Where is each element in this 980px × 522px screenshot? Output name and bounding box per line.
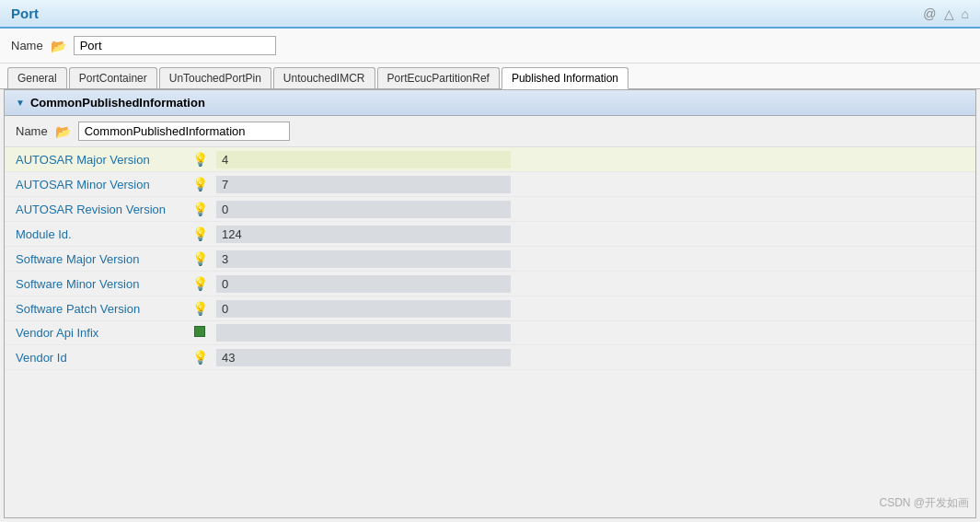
tab-portecucpartitionref[interactable]: PortEcucPartitionRef	[377, 67, 500, 88]
title-bar: Port @ △ ⌂	[0, 0, 980, 29]
table-row: Software Minor Version💡	[5, 272, 975, 296]
table-row: Vendor Id💡	[5, 345, 975, 370]
name-input[interactable]	[74, 36, 276, 55]
prop-name-text[interactable]: Software Minor Version	[16, 277, 139, 291]
tab-untouchedimcr[interactable]: UntouchedIMCR	[273, 67, 375, 88]
table-row: Vendor Api Infix	[5, 321, 975, 345]
prop-value-cell	[211, 345, 975, 370]
tab-published-information[interactable]: Published Information	[502, 67, 628, 89]
section-name-label: Name	[16, 124, 48, 138]
prop-value-input[interactable]	[216, 275, 511, 293]
section-toggle-icon[interactable]: ▼	[16, 98, 25, 108]
tabs-container: General PortContainer UnTouchedPortPin U…	[0, 64, 980, 89]
at-icon[interactable]: @	[923, 6, 936, 21]
table-row: Software Patch Version💡	[5, 296, 975, 321]
tab-portcontainer[interactable]: PortContainer	[69, 67, 157, 88]
folder-icon[interactable]: 📂	[51, 39, 66, 53]
title-bar-icons: @ △ ⌂	[923, 6, 969, 21]
prop-name-text[interactable]: Vendor Api Infix	[16, 326, 98, 340]
section-title: CommonPublishedInformation	[30, 96, 205, 110]
prop-value-cell	[211, 147, 975, 172]
prop-value-input[interactable]	[216, 201, 511, 218]
prop-value-input[interactable]	[216, 300, 511, 318]
prop-value-input[interactable]	[216, 349, 511, 366]
tabs-and-content: General PortContainer UnTouchedPortPin U…	[0, 64, 980, 522]
prop-value-cell	[211, 296, 975, 321]
bookmark-icon[interactable]: ⌂	[962, 6, 969, 21]
green-square-icon	[194, 326, 205, 337]
section-folder-icon[interactable]: 📂	[55, 124, 71, 139]
table-row: AUTOSAR Major Version💡	[5, 147, 975, 172]
home-icon[interactable]: △	[944, 6, 954, 21]
section-name-row: Name 📂	[5, 116, 975, 147]
tab-general[interactable]: General	[7, 67, 67, 88]
prop-value-input[interactable]	[216, 226, 511, 243]
prop-name-cell: Vendor Id	[5, 345, 189, 370]
prop-value-cell	[211, 272, 975, 296]
bulb-icon: 💡	[192, 202, 208, 216]
section-name-input[interactable]	[78, 122, 290, 141]
prop-name-text[interactable]: Vendor Id	[16, 351, 67, 365]
main-wrapper: Port @ △ ⌂ Name 📂 General PortContainer …	[0, 0, 980, 522]
prop-name-text[interactable]: AUTOSAR Minor Version	[16, 178, 150, 191]
bulb-icon: 💡	[192, 152, 208, 167]
prop-name-cell: Software Major Version	[5, 247, 189, 272]
prop-value-cell	[211, 197, 975, 222]
prop-name-text[interactable]: AUTOSAR Revision Version	[16, 203, 166, 216]
bulb-icon: 💡	[192, 276, 208, 291]
window-title: Port	[11, 6, 39, 21]
prop-name-cell: Vendor Api Infix	[5, 321, 189, 345]
table-row: AUTOSAR Minor Version💡	[5, 172, 975, 197]
prop-name-cell: Module Id.	[5, 222, 189, 247]
prop-name-text[interactable]: Software Patch Version	[16, 302, 140, 316]
prop-value-cell	[211, 321, 975, 345]
prop-name-text[interactable]: Software Major Version	[16, 252, 139, 266]
table-row: Module Id.💡	[5, 222, 975, 247]
bulb-icon: 💡	[192, 350, 208, 365]
prop-value-cell	[211, 172, 975, 197]
bulb-icon: 💡	[192, 251, 208, 266]
prop-value-input[interactable]	[216, 151, 511, 168]
table-row: AUTOSAR Revision Version💡	[5, 197, 975, 222]
prop-value-input[interactable]	[216, 250, 511, 268]
prop-name-text[interactable]: Module Id.	[16, 227, 72, 241]
bulb-icon: 💡	[192, 226, 208, 241]
prop-name-cell: AUTOSAR Revision Version	[5, 197, 189, 222]
table-row: Software Major Version💡	[5, 247, 975, 272]
prop-value-input[interactable]	[216, 176, 511, 193]
watermark: CSDN @开发如画	[879, 495, 969, 511]
prop-value-input[interactable]	[216, 324, 511, 342]
prop-name-cell: AUTOSAR Minor Version	[5, 172, 189, 197]
properties-table: AUTOSAR Major Version💡AUTOSAR Minor Vers…	[5, 147, 975, 370]
content-wrapper: ▼ CommonPublishedInformation Name 📂 AUTO…	[4, 89, 976, 518]
bulb-icon: 💡	[192, 301, 208, 316]
tab-untouchedportpin[interactable]: UnTouchedPortPin	[159, 67, 271, 88]
prop-name-cell: Software Minor Version	[5, 272, 189, 296]
name-row: Name 📂	[0, 29, 980, 64]
prop-name-cell: AUTOSAR Major Version	[5, 147, 189, 172]
prop-name-cell: Software Patch Version	[5, 296, 189, 321]
name-label: Name	[11, 39, 43, 52]
prop-value-cell	[211, 222, 975, 247]
section-header: ▼ CommonPublishedInformation	[5, 90, 975, 116]
bulb-icon: 💡	[192, 177, 208, 191]
prop-value-cell	[211, 247, 975, 272]
prop-name-text[interactable]: AUTOSAR Major Version	[16, 153, 150, 167]
